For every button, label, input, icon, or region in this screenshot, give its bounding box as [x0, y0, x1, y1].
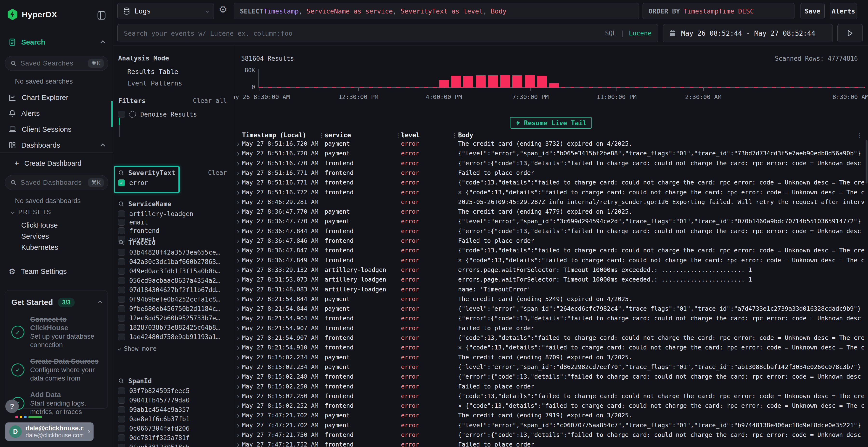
table-row[interactable]: May 27 8:51:16.771 AMfrontenderror{"code…	[234, 179, 868, 188]
row-expand-chevron-icon[interactable]	[236, 152, 239, 156]
table-row[interactable]: May 27 8:31:48.083 AMartillery-loadgener…	[234, 286, 868, 296]
row-expand-chevron-icon[interactable]	[236, 278, 239, 282]
table-row[interactable]: May 27 8:36:47.844 AMfrontenderror{"erro…	[234, 228, 868, 237]
filter-checkbox-item[interactable]: 0de781ff325a781f	[118, 434, 189, 442]
checkbox-icon[interactable]	[118, 425, 125, 432]
table-row[interactable]: May 27 7:47:21.752 AMfrontenderrorFailed…	[234, 441, 868, 447]
chevron-up-icon[interactable]	[98, 301, 102, 304]
checkbox-icon[interactable]	[118, 277, 125, 284]
chevron-up-icon[interactable]	[100, 40, 105, 45]
filter-group-spanid-header[interactable]: SpanId	[118, 377, 152, 385]
filter-checkbox-item[interactable]: 03b44828f42a3573ea655ce…	[118, 249, 220, 256]
saved-dashboards-input[interactable]: Saved Dashboards ⌘K	[5, 175, 108, 190]
saved-searches-input[interactable]: Saved Searches ⌘K	[5, 56, 108, 71]
checkbox-icon[interactable]	[118, 219, 125, 226]
show-more-link[interactable]: Show more	[118, 345, 156, 352]
histogram-bar[interactable]	[451, 76, 461, 88]
filter-checkbox-item[interactable]: 09041fb457779da0	[118, 397, 189, 404]
language-toggle-sql[interactable]: SQL	[605, 30, 616, 37]
presets-section-toggle[interactable]: PRESETS	[11, 209, 52, 215]
row-expand-chevron-icon[interactable]	[236, 414, 239, 418]
row-expand-chevron-icon[interactable]	[236, 220, 239, 224]
histogram-bar[interactable]	[513, 75, 522, 88]
get-started-item[interactable]: ✓Add DataStart sending logs, metrics, or…	[11, 391, 101, 416]
order-by-input[interactable]: ORDER BY TimestampTime DESC	[643, 3, 795, 19]
filter-checkbox-item[interactable]: 09ab1c4544c9a357	[118, 406, 189, 413]
row-expand-chevron-icon[interactable]	[236, 162, 239, 166]
row-expand-chevron-icon[interactable]	[236, 143, 239, 146]
row-expand-chevron-icon[interactable]	[236, 288, 239, 291]
sidebar-item-clickhouse[interactable]: ClickHouse	[21, 221, 58, 229]
histogram-bar[interactable]	[476, 75, 486, 88]
filter-checkbox-item[interactable]: 0ae8e1f6c6b37fb1	[118, 415, 189, 423]
filter-checkbox-item[interactable]: 056cd9acbaac8637a4354a2…	[118, 277, 220, 284]
table-row[interactable]: May 27 8:21:54.844 AMpaymenterror{"level…	[234, 305, 868, 315]
table-row[interactable]: May 27 8:21:54.907 AMfrontenderror{"code…	[234, 334, 868, 344]
table-row[interactable]: May 27 8:36:47.846 AMfrontenderrorFailed…	[234, 237, 868, 247]
source-select[interactable]: Logs	[117, 3, 214, 19]
filter-checkbox-item[interactable]: 07d184304627bf2f11b67dd…	[118, 286, 220, 294]
sidebar-item-alerts[interactable]: Alerts	[0, 109, 113, 117]
row-expand-chevron-icon[interactable]	[236, 201, 239, 204]
checkbox-icon[interactable]	[118, 210, 125, 217]
checkbox-icon[interactable]	[118, 315, 125, 321]
row-expand-chevron-icon[interactable]	[236, 356, 239, 359]
sidebar-item-team-settings[interactable]: ⚙ Team Settings	[0, 267, 113, 276]
table-row[interactable]: May 27 8:36:47.770 AMpaymenterror{"level…	[234, 218, 868, 227]
table-row[interactable]: May 27 8:21:54.904 AMfrontenderror{"erro…	[234, 315, 868, 324]
table-row[interactable]: May 27 8:51:16.771 AMfrontenderrorFailed…	[234, 169, 868, 179]
table-row[interactable]: May 27 7:47:21.702 AMpaymenterrorThe cre…	[234, 412, 868, 421]
mode-event-patterns[interactable]: Event Patterns	[127, 79, 182, 87]
row-expand-chevron-icon[interactable]	[236, 259, 239, 263]
row-expand-chevron-icon[interactable]	[236, 191, 239, 194]
filter-checkbox-item[interactable]: 0fbe680eb456750b2d1184c…	[118, 305, 220, 312]
table-row[interactable]: May 27 8:31:53.073 AMartillery-loadgener…	[234, 276, 868, 286]
alerts-button[interactable]: Alerts	[830, 3, 857, 19]
row-expand-chevron-icon[interactable]	[236, 308, 239, 311]
filter-checkbox-item[interactable]: 0c0667304fafd206	[118, 425, 189, 432]
sidebar-item-client-sessions[interactable]: Client Sessions	[0, 125, 113, 133]
table-row[interactable]: May 27 8:21:54.907 AMfrontenderrorFailed…	[234, 325, 868, 334]
filter-checkbox-item[interactable]: 12ec8dd52b60b9525733b7e…	[118, 314, 220, 322]
row-expand-chevron-icon[interactable]	[236, 172, 239, 175]
denoise-results-checkbox[interactable]: Denoise Results	[118, 111, 197, 118]
time-range-picker[interactable]: May 26 08:52:44 - May 27 08:52:44	[663, 24, 833, 42]
checkbox-icon[interactable]	[118, 416, 125, 422]
sidebar-collapse-icon[interactable]	[96, 10, 107, 21]
chevron-up-icon[interactable]	[100, 143, 105, 148]
table-scrollbar-thumb[interactable]	[866, 140, 868, 183]
sidebar-item-search[interactable]: Search	[0, 38, 113, 46]
checkbox-icon[interactable]	[118, 435, 125, 441]
row-expand-chevron-icon[interactable]	[236, 424, 239, 427]
table-options-icon[interactable]: ⋮	[857, 132, 862, 139]
row-expand-chevron-icon[interactable]	[236, 249, 239, 253]
create-dashboard-button[interactable]: + Create Dashboard	[0, 159, 113, 168]
row-expand-chevron-icon[interactable]	[236, 240, 239, 243]
checkbox-icon[interactable]	[118, 397, 125, 404]
row-expand-chevron-icon[interactable]	[236, 337, 239, 340]
row-expand-chevron-icon[interactable]	[236, 346, 239, 350]
filter-checkbox-item[interactable]: email	[118, 219, 148, 226]
clear-all-filters-link[interactable]: Clear all	[193, 97, 227, 104]
table-row[interactable]: May 27 8:51:16.770 AMfrontenderror{"erro…	[234, 160, 868, 169]
filter-checkbox-item[interactable]: 0f94b9befe0b4252ccfa1c8…	[118, 296, 220, 303]
run-query-button[interactable]	[837, 24, 863, 42]
table-row[interactable]: May 27 8:21:54.844 AMpaymenterrorThe cre…	[234, 296, 868, 305]
row-expand-chevron-icon[interactable]	[236, 181, 239, 185]
histogram-bar[interactable]	[488, 75, 498, 88]
results-histogram[interactable]: 80K 0 May 26 8:30:00 AM12:30:00 PM4:00:0…	[258, 69, 865, 88]
checkbox-icon[interactable]	[118, 324, 125, 331]
checkbox-icon[interactable]	[118, 406, 125, 413]
filter-checkbox-item[interactable]: 042a30c3dc1baf660b27863…	[118, 258, 220, 265]
sidebar-item-services[interactable]: Services	[21, 232, 49, 240]
sidebar-scrollbar-thumb[interactable]	[111, 101, 113, 127]
filter-group-servicename-header[interactable]: ServiceName	[118, 200, 172, 208]
row-expand-chevron-icon[interactable]	[236, 366, 239, 369]
table-row[interactable]: May 27 8:15:02.252 AMfrontenderror× {"co…	[234, 402, 868, 412]
checkbox-icon[interactable]	[118, 268, 125, 275]
table-row[interactable]: May 27 8:15:02.250 AMfrontenderror{"code…	[234, 392, 868, 402]
table-row[interactable]: May 27 8:51:16.720 AMpaymenterrorThe cre…	[234, 140, 868, 150]
filter-checkbox-item[interactable]: 049ed0ac3fdb1f3f15a0b0b…	[118, 268, 220, 275]
sidebar-item-dashboards[interactable]: Dashboards	[0, 141, 113, 149]
resume-live-tail-button[interactable]: Resume Live Tail	[510, 117, 592, 129]
